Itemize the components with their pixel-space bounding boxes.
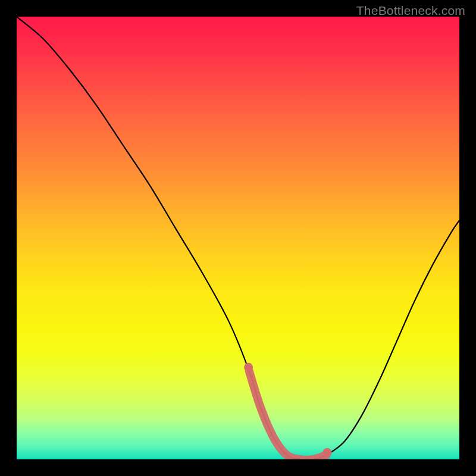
svg-point-0 [244, 363, 253, 372]
curve-line [17, 17, 459, 459]
chart-canvas: TheBottleneck.com [0, 0, 476, 476]
chart-svg [17, 17, 459, 459]
watermark-text: TheBottleneck.com [356, 4, 465, 18]
svg-point-1 [322, 448, 331, 457]
plot-area [17, 17, 459, 459]
highlight-band [244, 363, 331, 459]
